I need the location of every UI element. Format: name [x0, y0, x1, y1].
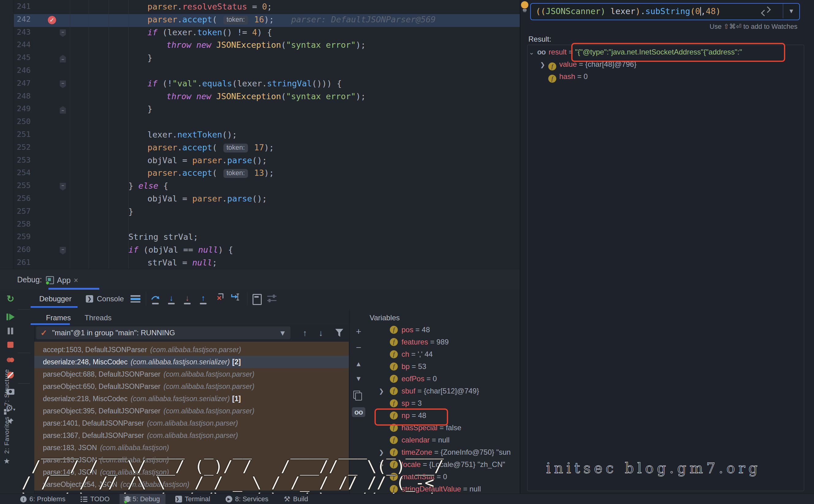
variable-row[interactable]: fpos = 48 [367, 324, 520, 336]
rerun-button[interactable]: ↻ [0, 293, 21, 304]
line-number[interactable]: 250 [13, 117, 31, 126]
pin-button[interactable] [0, 418, 21, 426]
line-number[interactable]: 242 [13, 15, 31, 24]
stack-frame-row[interactable]: parseObject:650, DefaultJSONParser(com.a… [34, 380, 349, 393]
move-frame-up-button[interactable]: ↑ [303, 328, 307, 338]
stack-frame-row[interactable]: parse:1401, DefaultJSONParser(com.alibab… [34, 417, 349, 429]
result-tree-row[interactable]: ❯fhash = 0 [540, 70, 588, 83]
line-number[interactable]: 241 [13, 2, 31, 11]
screenshot-button[interactable] [0, 389, 21, 396]
line-number[interactable]: 243 [13, 28, 31, 36]
fold-close-icon[interactable]: − [60, 106, 66, 114]
statusbar-item-todo[interactable]: TODO [75, 494, 115, 504]
pause-button[interactable] [0, 328, 21, 336]
variable-row[interactable]: fstringDefaultValue = null [367, 483, 520, 494]
variable-row[interactable]: fch = ',' 44 [367, 348, 520, 360]
expand-icon[interactable] [762, 7, 770, 15]
settings-gear-button[interactable]: ⚙▾ [0, 403, 21, 413]
scroll-down-button[interactable]: ▼ [350, 375, 367, 383]
statusbar-item-bug[interactable]: 5: Debug [119, 494, 165, 504]
fold-open-icon[interactable]: − [60, 81, 66, 88]
tracing-settings-button[interactable] [267, 295, 277, 303]
fold-open-icon[interactable]: − [60, 183, 66, 190]
chevron-down-icon[interactable]: ⌄ [529, 49, 534, 56]
move-frame-down-button[interactable]: ↓ [319, 328, 323, 338]
line-number[interactable]: 254 [13, 168, 31, 177]
expression-input[interactable]: ((JSONScanner) lexer).subString(0,48) ▼ [530, 3, 800, 20]
variable-row[interactable]: ❯flocale = {Locale@751} "zh_CN" [367, 458, 520, 471]
line-number[interactable]: 261 [13, 258, 31, 267]
chevron-right-icon[interactable]: ❯ [379, 446, 384, 458]
tab-session-app[interactable]: App × [46, 272, 101, 288]
breakpoint-icon[interactable]: ✓ [48, 16, 56, 24]
tab-threads[interactable]: Threads [85, 314, 111, 322]
stack-frame-row[interactable]: parse:183, JSON(com.alibaba.fastjson) [34, 442, 349, 454]
chevron-right-icon[interactable]: ❯ [379, 385, 384, 397]
stack-frame-row[interactable]: deserialze:248, MiscCodec(com.alibaba.fa… [34, 356, 349, 368]
line-number[interactable]: 255 [13, 181, 31, 190]
line-number[interactable]: 249 [13, 104, 31, 113]
thread-selector[interactable]: ✓ "main"@1 in group "main": RUNNING ▼ [36, 326, 291, 339]
stack-frame-row[interactable]: parse:149, JSON(com.alibaba.fastjson) [34, 466, 349, 478]
stop-button[interactable] [0, 342, 21, 349]
scroll-up-button[interactable]: ▲ [350, 360, 367, 368]
filter-frames-button[interactable] [335, 329, 343, 337]
resume-button[interactable] [0, 314, 21, 322]
line-number[interactable]: 253 [13, 156, 31, 164]
line-number[interactable]: 257 [13, 207, 31, 216]
layout-icon[interactable] [130, 295, 140, 303]
variable-row[interactable]: feofPos = 0 [367, 373, 520, 385]
line-number[interactable]: 251 [13, 130, 31, 139]
fold-open-icon[interactable]: − [60, 29, 66, 37]
fold-close-icon[interactable]: − [60, 55, 66, 62]
run-to-cursor-button[interactable] [230, 293, 240, 305]
remove-watch-button[interactable]: − [350, 342, 367, 353]
variable-row[interactable]: ffeatures = 989 [367, 336, 520, 348]
step-out-button[interactable]: ↑ [198, 293, 209, 305]
line-number[interactable]: 252 [13, 143, 31, 152]
statusbar-item-terminal[interactable]: ❯_Terminal [170, 494, 216, 504]
step-into-button[interactable]: ↓ [166, 293, 176, 305]
view-breakpoints-button[interactable] [0, 358, 21, 363]
evaluate-expression-button[interactable] [253, 294, 262, 305]
variable-row[interactable]: fbp = 53 [367, 360, 520, 373]
code-editor[interactable]: 241parser.resolveStatus = 0;242✓parser.a… [13, 0, 520, 269]
stack-frame-row[interactable]: parse:193, JSON(com.alibaba.fastjson) [34, 454, 349, 466]
statusbar-item-services[interactable]: ▶8: Services [220, 494, 274, 504]
close-icon[interactable]: × [73, 276, 78, 285]
stack-frame-row[interactable]: accept:1503, DefaultJSONParser(com.aliba… [34, 344, 349, 356]
stack-frame-row[interactable]: deserialze:218, MiscCodec(com.alibaba.fa… [34, 393, 349, 405]
stack-frame-row[interactable]: parseObject:254, JSON(com.alibaba.fastjs… [34, 478, 349, 491]
chevron-right-icon[interactable]: ❯ [379, 458, 384, 471]
variable-row[interactable]: ❯ftimeZone = {ZoneInfo@750} "sun [367, 446, 520, 458]
variable-row[interactable]: fmatchStat = 0 [367, 471, 520, 483]
mute-breakpoints-button[interactable] [0, 372, 21, 380]
lightbulb-icon[interactable] [521, 1, 528, 9]
line-number[interactable]: 248 [13, 92, 31, 100]
line-number[interactable]: 258 [13, 220, 31, 228]
fold-open-icon[interactable]: − [60, 247, 66, 254]
tab-console[interactable]: Console [97, 295, 124, 303]
force-step-into-button[interactable]: ↓ [182, 293, 192, 305]
variable-row[interactable]: ❯fsbuf = {char[512]@749} [367, 385, 520, 397]
step-over-button[interactable] [150, 293, 160, 305]
line-number[interactable]: 247 [13, 79, 31, 88]
line-number[interactable]: 260 [13, 245, 31, 254]
tab-debugger[interactable]: Debugger [39, 295, 71, 303]
copy-value-button[interactable] [350, 393, 367, 402]
statusbar-item-build[interactable]: ⚒Build [278, 494, 314, 504]
tab-frames[interactable]: Frames [46, 314, 71, 322]
statusbar-item-problems[interactable]: !6: Problems [15, 494, 71, 504]
chevron-right-icon[interactable]: ❯ [540, 61, 545, 68]
line-number[interactable]: 246 [13, 66, 31, 75]
line-number[interactable]: 245 [13, 53, 31, 62]
variable-row[interactable]: fsp = 3 [367, 397, 520, 409]
drop-frame-button[interactable]: × [214, 293, 224, 305]
stack-frame-row[interactable]: parseObject:395, DefaultJSONParser(com.a… [34, 405, 349, 417]
show-watches-button[interactable]: oo [350, 407, 367, 417]
add-watch-button[interactable]: + [350, 326, 367, 337]
stack-frame-row[interactable]: parseObject:688, DefaultJSONParser(com.a… [34, 368, 349, 380]
line-number[interactable]: 259 [13, 232, 31, 241]
expression-history-dropdown[interactable]: ▼ [783, 4, 799, 18]
line-number[interactable]: 244 [13, 40, 31, 49]
